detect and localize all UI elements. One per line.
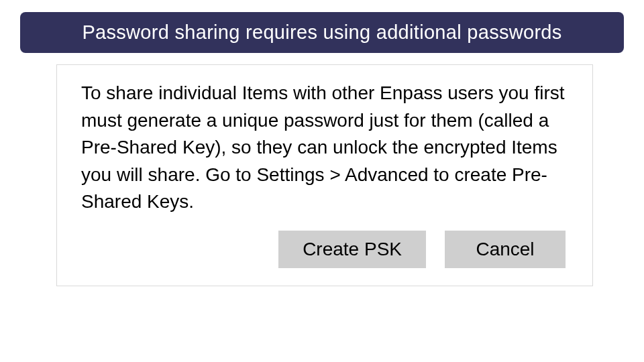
header-banner: Password sharing requires using addition…: [20, 12, 624, 53]
create-psk-button[interactable]: Create PSK: [278, 231, 426, 268]
cancel-button[interactable]: Cancel: [445, 231, 566, 268]
dialog-body-text: To share individual Items with other Enp…: [81, 80, 568, 216]
dialog-button-row: Create PSK Cancel: [81, 231, 568, 268]
banner-title: Password sharing requires using addition…: [82, 21, 561, 43]
sharing-dialog: To share individual Items with other Enp…: [56, 64, 593, 286]
